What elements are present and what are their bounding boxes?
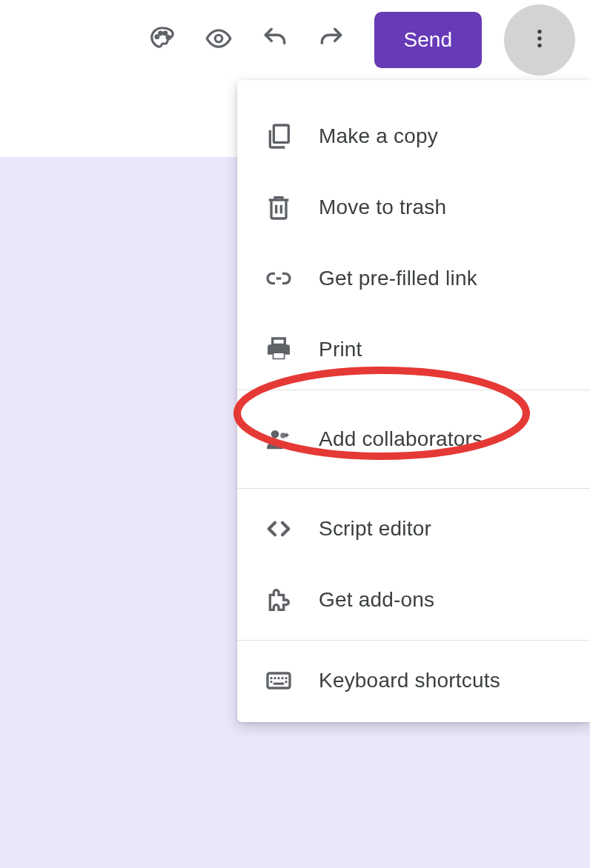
undo-icon — [261, 24, 289, 56]
trash-icon — [262, 191, 295, 224]
print-icon — [262, 333, 295, 366]
menu-item-keyboard-shortcuts[interactable]: Keyboard shortcuts — [237, 645, 590, 716]
menu-item-print[interactable]: Print — [237, 314, 590, 385]
menu-item-get-pre-filled-link[interactable]: Get pre-filled link — [237, 243, 590, 314]
eye-icon — [205, 24, 233, 56]
menu-item-make-a-copy[interactable]: Make a copy — [237, 101, 590, 172]
menu-item-script-editor[interactable]: Script editor — [237, 493, 590, 564]
keyboard-icon — [262, 664, 295, 697]
svg-point-6 — [537, 36, 541, 40]
svg-point-4 — [215, 35, 222, 42]
menu-item-get-add-ons[interactable]: Get add-ons — [237, 564, 590, 635]
menu-item-label: Add collaborators — [319, 427, 483, 451]
svg-rect-9 — [274, 353, 283, 358]
svg-point-7 — [537, 44, 541, 47]
menu-divider — [237, 640, 590, 641]
menu-item-add-collaborators[interactable]: Add collaborators — [237, 395, 590, 484]
more-options-menu: Make a copy Move to trash Get pre-filled… — [237, 80, 590, 722]
puzzle-icon — [262, 584, 295, 616]
palette-icon — [148, 24, 176, 56]
more-options-button[interactable] — [504, 4, 575, 76]
menu-item-label: Keyboard shortcuts — [319, 669, 500, 692]
menu-divider — [237, 488, 590, 489]
undo-button[interactable] — [254, 19, 296, 61]
code-icon — [262, 513, 295, 545]
menu-item-label: Print — [319, 338, 362, 361]
send-button[interactable]: Send — [374, 12, 482, 68]
redo-button[interactable] — [311, 19, 352, 61]
svg-point-10 — [271, 430, 279, 438]
svg-point-1 — [159, 32, 162, 35]
copy-icon — [262, 120, 295, 153]
svg-rect-12 — [268, 673, 290, 688]
svg-rect-8 — [274, 125, 288, 142]
menu-item-label: Make a copy — [319, 124, 438, 148]
menu-item-label: Get pre-filled link — [319, 267, 477, 290]
menu-item-label: Get add-ons — [319, 588, 434, 612]
svg-point-2 — [164, 32, 167, 35]
menu-divider — [237, 390, 590, 390]
link-icon — [262, 262, 295, 295]
more-vertical-icon — [528, 27, 551, 53]
redo-icon — [317, 24, 345, 56]
menu-item-move-to-trash[interactable]: Move to trash — [237, 172, 590, 243]
svg-point-5 — [537, 30, 541, 33]
preview-button[interactable] — [198, 19, 239, 61]
svg-point-0 — [156, 36, 159, 39]
customize-theme-button[interactable] — [142, 19, 183, 61]
menu-item-label: Move to trash — [319, 196, 446, 219]
svg-point-3 — [167, 36, 170, 39]
person-add-icon — [262, 423, 295, 455]
menu-item-label: Script editor — [319, 517, 431, 541]
toolbar: Send — [0, 0, 590, 80]
